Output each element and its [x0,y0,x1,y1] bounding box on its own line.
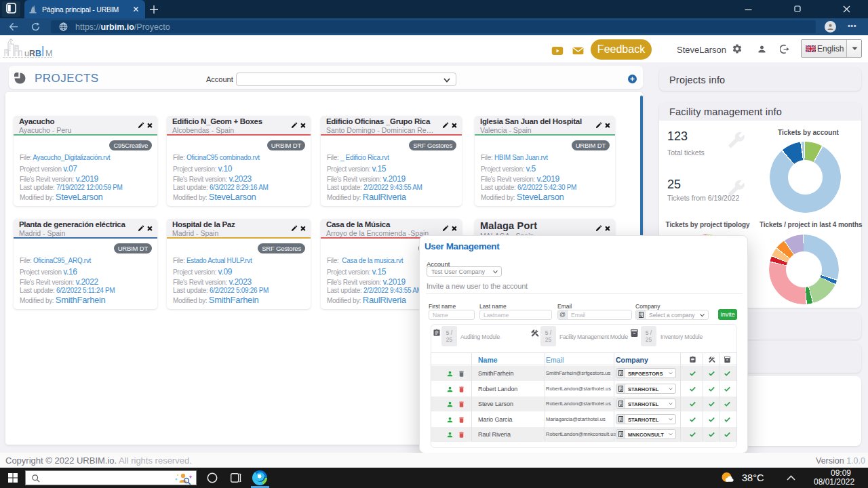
svg-text:B: B [35,49,41,58]
svg-text:R: R [29,49,35,58]
svg-text:M: M [45,49,52,58]
svg-text:u: u [24,49,29,58]
